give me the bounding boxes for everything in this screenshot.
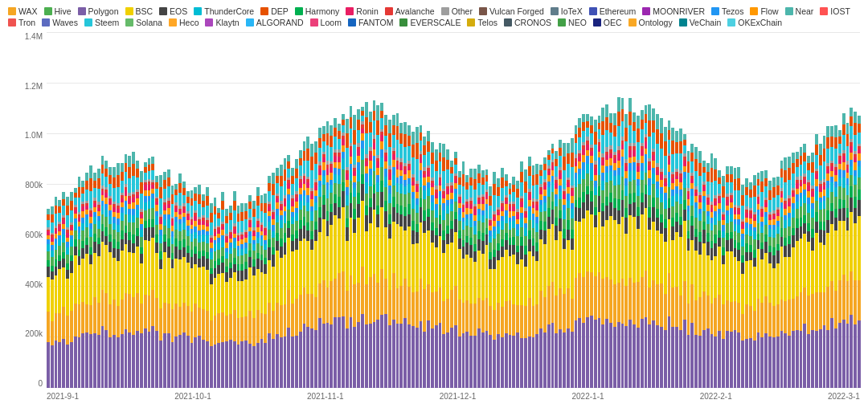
bar-segment xyxy=(694,229,698,237)
bar-segment xyxy=(493,195,496,211)
bar-segment xyxy=(702,191,706,197)
bar-segment xyxy=(598,123,601,130)
bar-segment xyxy=(47,312,50,342)
bar-segment xyxy=(749,260,752,306)
bar-stack xyxy=(505,174,508,388)
bar-group xyxy=(633,32,636,388)
bar-segment xyxy=(535,232,538,243)
bar-segment xyxy=(726,182,729,194)
bar-stack xyxy=(81,181,84,388)
bar-group xyxy=(237,32,240,388)
bar-segment xyxy=(473,210,477,215)
bar-segment xyxy=(757,186,760,194)
bar-segment xyxy=(264,250,267,258)
bar-stack xyxy=(435,149,438,388)
bar-segment xyxy=(198,259,201,267)
bar-segment xyxy=(745,195,748,206)
y-axis-label: 200k xyxy=(25,329,43,338)
bar-segment xyxy=(749,306,752,339)
bar-segment xyxy=(101,326,104,388)
bar-segment xyxy=(505,186,508,194)
bar-segment xyxy=(830,203,833,211)
bar-segment xyxy=(512,192,515,202)
bar-segment xyxy=(838,199,841,209)
bar-segment xyxy=(656,198,659,209)
bar-stack xyxy=(171,185,174,388)
bar-segment xyxy=(240,317,244,341)
bar-segment xyxy=(838,186,841,199)
bar-segment xyxy=(318,181,321,186)
bar-segment xyxy=(81,211,84,218)
bar-segment xyxy=(350,181,353,193)
bar-segment xyxy=(132,176,135,192)
bar-segment xyxy=(101,231,104,242)
bar-segment xyxy=(132,209,135,215)
bar-segment xyxy=(159,235,162,243)
bar-stack xyxy=(174,184,178,388)
bar-segment xyxy=(485,245,489,297)
bar-segment xyxy=(741,229,744,235)
bar-segment xyxy=(357,109,360,120)
bar-segment xyxy=(403,122,407,135)
bar-segment xyxy=(726,331,729,388)
bar-stack xyxy=(497,178,500,388)
bar-segment xyxy=(47,220,50,228)
bar-segment xyxy=(800,156,803,165)
bar-segment xyxy=(346,195,349,206)
legend-color xyxy=(295,7,303,15)
bar-segment xyxy=(240,271,244,280)
bar-segment xyxy=(396,288,399,324)
bar-segment xyxy=(174,239,178,247)
bar-segment xyxy=(55,313,58,340)
bar-segment xyxy=(830,224,833,282)
bar-segment xyxy=(575,125,578,134)
bar-segment xyxy=(202,201,205,207)
bar-segment xyxy=(559,218,562,231)
bar-segment xyxy=(601,279,604,324)
bar-segment xyxy=(477,251,481,297)
legend-item: FANTOM xyxy=(348,18,394,27)
legend-item: Waves xyxy=(42,18,78,27)
bar-segment xyxy=(633,112,636,121)
bar-segment xyxy=(310,157,313,170)
bar-segment xyxy=(726,300,729,332)
bar-segment xyxy=(384,177,387,187)
bar-segment xyxy=(598,212,601,271)
bar-segment xyxy=(706,182,710,194)
bar-segment xyxy=(446,299,449,332)
bar-segment xyxy=(645,185,648,194)
bar-segment xyxy=(815,292,818,332)
bar-segment xyxy=(776,263,780,304)
bar-segment xyxy=(178,335,182,388)
bar-segment xyxy=(726,200,729,206)
bar-segment xyxy=(423,332,426,388)
bar-segment xyxy=(101,165,104,173)
bar-segment xyxy=(796,159,799,166)
bar-segment xyxy=(830,318,833,388)
bar-segment xyxy=(376,192,379,206)
bar-segment xyxy=(702,230,706,243)
y-axis-label: 1.0M xyxy=(25,131,43,140)
bar-segment xyxy=(598,175,601,186)
bar-segment xyxy=(104,293,108,330)
bar-segment xyxy=(431,243,434,292)
bar-segment xyxy=(435,235,438,247)
bar-segment xyxy=(427,141,430,152)
bar-segment xyxy=(396,183,399,192)
bar-segment xyxy=(225,341,228,388)
bar-segment xyxy=(210,252,213,259)
bar-group xyxy=(369,32,372,388)
bar-segment xyxy=(497,334,500,388)
bar-segment xyxy=(648,104,651,120)
bar-segment xyxy=(571,230,574,239)
bar-stack xyxy=(671,127,674,388)
bar-segment xyxy=(306,211,309,222)
bar-segment xyxy=(485,169,489,176)
bar-segment xyxy=(520,207,523,214)
bar-segment xyxy=(369,133,372,147)
bar-group xyxy=(74,32,77,388)
bar-segment xyxy=(221,240,224,247)
bar-segment xyxy=(280,228,283,239)
bar-segment xyxy=(431,210,434,222)
bar-stack xyxy=(350,106,353,388)
